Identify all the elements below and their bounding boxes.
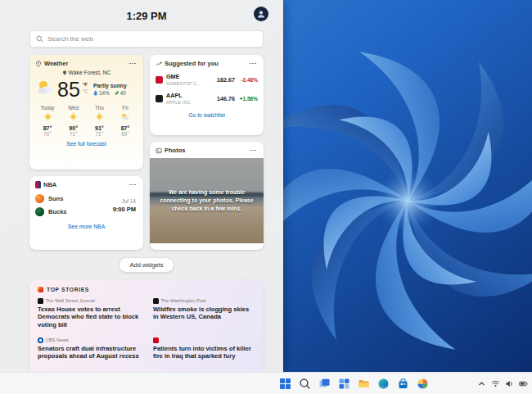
desktop: 1:29 PM xyxy=(0,0,532,394)
top-stories-title: TOP STORIES xyxy=(47,287,89,292)
news-story[interactable]: CBS News Senators craft dual infrastruct… xyxy=(38,337,140,360)
stock-row[interactable]: AAPL APPLE INC. 146.76 +1.56% xyxy=(156,92,258,105)
forecast-day[interactable]: Wed 90° 71° xyxy=(62,105,85,137)
story-headline: Wildfire smoke is clogging skies in West… xyxy=(153,306,255,322)
stocks-widget-header: Suggested for you xyxy=(156,60,258,67)
user-avatar[interactable] xyxy=(254,7,268,21)
watchlist-icon xyxy=(156,61,162,67)
widgets-column-left: Weather Wake Forest, NC xyxy=(29,55,143,250)
microsoft-store-button[interactable] xyxy=(396,377,410,391)
team-name: Bucks xyxy=(48,208,67,215)
stocks-menu-button[interactable] xyxy=(248,61,258,66)
photos-app-button[interactable] xyxy=(416,377,430,391)
nba-game-date: Jul 14 xyxy=(113,198,136,204)
forecast-low: 71° xyxy=(88,131,110,137)
task-view-button[interactable] xyxy=(318,377,331,391)
weather-metrics: 14% 40 xyxy=(93,90,138,96)
widgets-icon xyxy=(338,378,350,390)
nba-teams: Suns Bucks xyxy=(35,194,67,216)
current-temperature: 85 xyxy=(57,79,80,100)
nba-game-time-block: Jul 14 9:00 PM xyxy=(113,198,138,213)
battery-icon xyxy=(519,379,528,388)
forecast-day[interactable]: Today 87° 70° xyxy=(36,105,59,137)
location-pin-icon xyxy=(62,70,67,75)
nba-logo-icon xyxy=(35,181,41,188)
file-explorer-button[interactable] xyxy=(357,377,371,391)
search-icon xyxy=(299,378,311,390)
stock-price: 146.76 xyxy=(217,95,235,102)
apple-logo-icon xyxy=(156,95,163,102)
story-source-row: The Wall Street Journal xyxy=(38,298,140,304)
add-widgets-button[interactable]: Add widgets xyxy=(119,257,175,273)
nba-widget-header: NBA xyxy=(35,181,138,188)
search-input[interactable] xyxy=(47,35,257,43)
network-button[interactable] xyxy=(491,377,500,392)
leaf-icon xyxy=(115,90,119,96)
edge-browser-button[interactable] xyxy=(376,377,390,391)
forecast-day[interactable]: Fri 87° 69° xyxy=(114,105,137,137)
nba-widget[interactable]: NBA Suns Bucks xyxy=(29,176,143,250)
story-headline: Texas House votes to arrest Democrats wh… xyxy=(38,306,140,330)
go-to-watchlist-link[interactable]: Go to watchlist xyxy=(156,112,258,118)
partly-sunny-icon xyxy=(120,112,129,121)
nba-team-row: Suns xyxy=(35,194,67,203)
photos-error-message: We are having some trouble connecting to… xyxy=(150,158,264,243)
weather-condition: Partly sunny xyxy=(93,83,138,88)
task-view-icon xyxy=(318,378,331,390)
nba-game-row[interactable]: Suns Bucks Jul 14 9:00 PM xyxy=(35,194,138,216)
nba-game-time: 9:00 PM xyxy=(113,206,136,213)
speaker-icon xyxy=(505,379,514,388)
stocks-widget[interactable]: Suggested for you GME GAMESTOP C... 182.… xyxy=(150,55,264,135)
battery-button[interactable] xyxy=(519,377,528,392)
aqi-metric: 40 xyxy=(115,90,126,96)
sunny-icon xyxy=(95,112,104,121)
widgets-column-right: Suggested for you GME GAMESTOP C... 182.… xyxy=(150,55,264,250)
story-headline: Senators craft dual infrastructure propo… xyxy=(38,345,140,361)
forecast-high: 91° xyxy=(88,125,110,131)
start-button[interactable] xyxy=(278,377,292,391)
unit-fahrenheit[interactable]: °F xyxy=(83,82,88,88)
story-source-row: CBS News xyxy=(38,337,140,343)
weather-forecast-row: Today 87° 70° Wed 90° 71° Thu xyxy=(35,105,138,137)
precipitation-value: 14% xyxy=(99,90,110,96)
suns-logo-icon xyxy=(35,194,44,203)
weather-menu-button[interactable] xyxy=(128,61,138,66)
photos-app-icon xyxy=(417,378,429,390)
precipitation-metric: 14% xyxy=(93,90,110,96)
news-story[interactable]: Patients turn into victims of killer fir… xyxy=(153,337,255,360)
partly-sunny-icon xyxy=(35,78,55,101)
search-icon xyxy=(36,35,43,43)
stock-company: GAMESTOP C... xyxy=(166,81,205,86)
widgets-button[interactable] xyxy=(337,377,351,391)
news-story[interactable]: The Wall Street Journal Texas House vote… xyxy=(38,298,140,329)
photos-widget[interactable]: Photos We are having some trouble connec… xyxy=(150,142,264,250)
weather-condition-block: Partly sunny 14% xyxy=(93,83,138,96)
photos-menu-button[interactable] xyxy=(248,148,258,153)
sunny-icon xyxy=(69,112,78,121)
raindrop-icon xyxy=(93,90,98,96)
nba-menu-button[interactable] xyxy=(128,183,138,188)
see-more-nba-link[interactable]: See more NBA xyxy=(35,224,138,229)
story-source-row: The Washington Post xyxy=(153,298,255,304)
story-source: The Washington Post xyxy=(161,298,206,303)
nba-widget-title: NBA xyxy=(43,181,56,188)
washington-post-logo-icon xyxy=(153,298,159,304)
stock-identity: GME GAMESTOP C... xyxy=(166,73,205,86)
photos-widget-header: Photos xyxy=(150,142,264,157)
bucks-logo-icon xyxy=(35,207,44,216)
forecast-day-label: Wed xyxy=(62,105,85,111)
team-name: Suns xyxy=(48,195,63,202)
forecast-day[interactable]: Thu 91° 71° xyxy=(88,105,110,137)
search-button[interactable] xyxy=(298,377,312,391)
edge-icon xyxy=(377,378,390,390)
weather-widget[interactable]: Weather Wake Forest, NC xyxy=(29,55,143,170)
stock-row[interactable]: GME GAMESTOP C... 182.67 -3.48% xyxy=(156,73,258,86)
volume-button[interactable] xyxy=(505,377,514,392)
top-stories-header: TOP STORIES xyxy=(38,287,255,292)
web-search-bar[interactable] xyxy=(29,30,264,48)
news-story[interactable]: The Washington Post Wildfire smoke is cl… xyxy=(153,298,255,329)
unit-celsius[interactable]: °C xyxy=(83,88,88,95)
stock-identity: AAPL APPLE INC. xyxy=(166,92,205,105)
hidden-icons-button[interactable] xyxy=(477,377,486,392)
see-full-forecast-link[interactable]: See full forecast xyxy=(35,141,138,147)
